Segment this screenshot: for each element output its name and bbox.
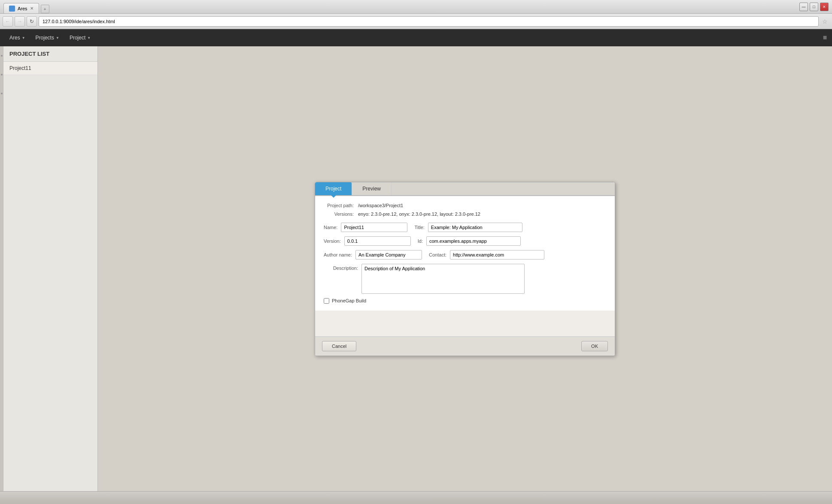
- author-name-input[interactable]: [355, 250, 422, 260]
- tab-bar: Ares ✕ +: [3, 0, 49, 13]
- phonegap-row: PhoneGap Build: [324, 298, 606, 304]
- form-section: Name: Title: Version:: [324, 223, 606, 304]
- content-area: Project Preview Project path: /workspace…: [98, 46, 832, 491]
- title-group: Title:: [414, 223, 522, 232]
- forward-button[interactable]: →: [15, 16, 25, 27]
- tab-preview[interactable]: Preview: [352, 182, 392, 195]
- version-group: Version:: [324, 236, 411, 246]
- versions-value: enyo: 2.3.0-pre.12, onyx: 2.3.0-pre.12, …: [358, 211, 480, 217]
- dialog-tab-bar: Project Preview: [315, 182, 615, 196]
- left-edge: [0, 46, 3, 491]
- author-label: Author name:: [324, 252, 352, 257]
- version-input[interactable]: [344, 236, 411, 246]
- project-menu[interactable]: Project ▼: [65, 33, 95, 42]
- description-textarea[interactable]: Description of My Application: [361, 264, 525, 294]
- sidebar: PROJECT LIST Project11: [3, 46, 98, 491]
- project-menu-label: Project: [70, 35, 85, 41]
- project-path-row: Project path: /workspace3/Project1: [324, 203, 606, 208]
- projects-menu-arrow-icon: ▼: [56, 36, 59, 40]
- id-label: Id:: [418, 238, 423, 244]
- contact-group: Contact:: [429, 250, 544, 260]
- phonegap-checkbox[interactable]: [324, 298, 329, 304]
- cancel-button[interactable]: Cancel: [322, 341, 356, 351]
- ok-button[interactable]: OK: [581, 341, 608, 351]
- project-menu-arrow-icon: ▼: [87, 36, 91, 40]
- app-toolbar: Ares ▼ Projects ▼ Project ▼ ≡: [0, 29, 832, 46]
- ares-menu-arrow-icon: ▼: [22, 36, 25, 40]
- edge-dot-3: [1, 93, 3, 94]
- status-bar: [0, 491, 832, 504]
- project-path-value: /workspace3/Project1: [358, 203, 403, 208]
- edge-dot-1: [1, 55, 3, 57]
- back-button[interactable]: ←: [3, 16, 13, 27]
- phonegap-label: PhoneGap Build: [332, 298, 366, 303]
- navigation-bar: ← → ↻ ☆: [0, 14, 832, 29]
- form-row-version-id: Version: Id:: [324, 236, 606, 246]
- name-group: Name:: [324, 223, 407, 232]
- version-label: Version:: [324, 238, 341, 244]
- new-tab-button[interactable]: +: [41, 5, 49, 13]
- projects-menu[interactable]: Projects ▼: [31, 33, 64, 42]
- projects-menu-label: Projects: [36, 35, 54, 41]
- contact-input[interactable]: [450, 250, 544, 260]
- edge-dot-2: [1, 74, 3, 75]
- versions-label: Versions:: [324, 211, 358, 217]
- name-label: Name:: [324, 225, 337, 230]
- title-input[interactable]: [428, 223, 522, 232]
- description-label: Description:: [324, 264, 358, 271]
- tab-title: Ares: [18, 6, 27, 11]
- id-input[interactable]: [426, 236, 521, 246]
- project-path-label: Project path:: [324, 203, 358, 208]
- ares-menu-label: Ares: [9, 35, 20, 41]
- title-label: Title:: [414, 225, 424, 230]
- refresh-button[interactable]: ↻: [27, 16, 37, 27]
- browser-tab[interactable]: Ares ✕: [3, 3, 39, 13]
- address-bar[interactable]: [39, 16, 819, 27]
- sidebar-header: PROJECT LIST: [3, 46, 97, 62]
- tab-close-button[interactable]: ✕: [30, 6, 33, 11]
- id-group: Id:: [418, 236, 521, 246]
- project-dialog: Project Preview Project path: /workspace…: [315, 182, 615, 356]
- window-controls: — □ ✕: [799, 3, 829, 11]
- settings-icon[interactable]: ≡: [823, 34, 827, 42]
- ares-menu[interactable]: Ares ▼: [5, 33, 30, 42]
- contact-label: Contact:: [429, 252, 446, 257]
- author-group: Author name:: [324, 250, 422, 260]
- dialog-overlay: Project Preview Project path: /workspace…: [98, 46, 832, 491]
- minimize-button[interactable]: —: [799, 3, 808, 11]
- dialog-footer: Cancel OK: [315, 336, 615, 356]
- bookmark-star-icon[interactable]: ☆: [820, 18, 829, 25]
- form-row-author-contact: Author name: Contact:: [324, 250, 606, 260]
- sidebar-item-project11[interactable]: Project11: [3, 62, 97, 75]
- close-button[interactable]: ✕: [820, 3, 829, 11]
- name-input[interactable]: [341, 223, 407, 232]
- maximize-button[interactable]: □: [810, 3, 818, 11]
- versions-row: Versions: enyo: 2.3.0-pre.12, onyx: 2.3.…: [324, 211, 606, 217]
- description-row: Description: Description of My Applicati…: [324, 264, 606, 294]
- tab-favicon: [9, 6, 15, 12]
- browser-titlebar: Ares ✕ + — □ ✕: [0, 0, 832, 14]
- dialog-body: Project path: /workspace3/Project1 Versi…: [315, 196, 615, 311]
- form-row-name-title: Name: Title:: [324, 223, 606, 232]
- tab-project[interactable]: Project: [315, 182, 352, 195]
